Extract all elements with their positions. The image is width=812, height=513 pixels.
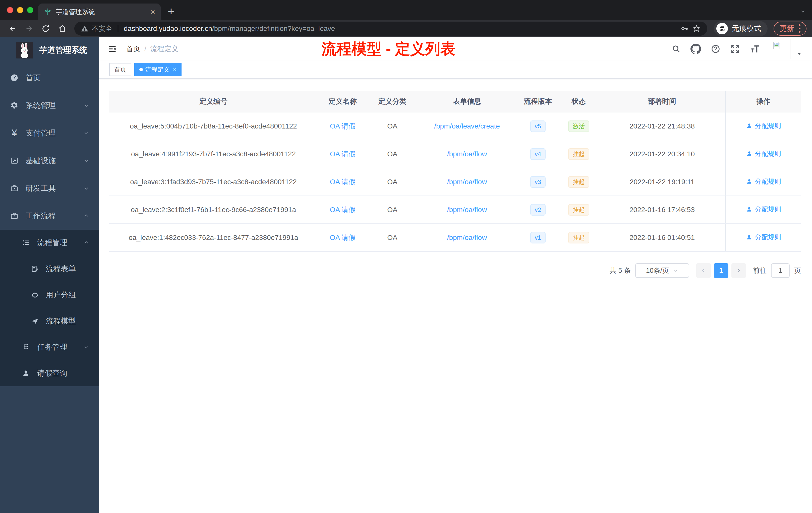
new-tab-button[interactable]: + xyxy=(168,5,174,17)
github-icon[interactable] xyxy=(691,44,701,54)
sidebar-item-label: 任务管理 xyxy=(37,342,67,352)
table-row: oa_leave:1:482ec033-762a-11ec-8477-a2380… xyxy=(109,223,801,251)
minimize-window-button[interactable] xyxy=(17,7,23,13)
cell-deploy-time: 2022-01-22 20:34:10 xyxy=(599,140,726,168)
browser-tab[interactable]: 芋道管理系统 × xyxy=(38,3,161,20)
incognito-icon xyxy=(716,23,728,34)
browser-chrome: 芋道管理系统 × + 不安全 dashboard.yudao.iocoder.c… xyxy=(0,0,812,37)
form-link[interactable]: /bpm/oa/flow xyxy=(447,178,487,186)
assign-rule-button[interactable]: 分配规则 xyxy=(746,205,781,214)
user-avatar-broken-image[interactable] xyxy=(770,39,790,59)
app-logo-row: 芋道管理系统 xyxy=(0,37,99,63)
workflow-submenu: 流程管理 流程表单 用户分组 xyxy=(0,230,99,386)
collapse-sidebar-icon[interactable] xyxy=(108,44,117,54)
assign-rule-button[interactable]: 分配规则 xyxy=(746,233,781,242)
active-tag-dot xyxy=(139,68,143,71)
form-link[interactable]: /bpm/oa/flow xyxy=(447,234,487,241)
sidebar-item-process-management[interactable]: 流程管理 xyxy=(0,230,99,256)
chevron-right-icon xyxy=(736,268,742,274)
definition-name-link[interactable]: OA 请假 xyxy=(330,122,356,130)
sidebar-item-home[interactable]: 首页 xyxy=(0,64,99,92)
help-question-icon[interactable] xyxy=(710,44,721,54)
sidebar-menu: 首页 系统管理 ¥ 支付管理 基础设施 xyxy=(0,64,99,386)
sidebar-item-payment[interactable]: ¥ 支付管理 xyxy=(0,119,99,147)
password-key-icon[interactable] xyxy=(680,24,689,33)
home-button[interactable] xyxy=(55,22,69,36)
pagination: 共 5 条 10条/页 1 前往 页 xyxy=(109,263,801,278)
sidebar-item-user-group[interactable]: 用户分组 xyxy=(0,282,99,308)
assign-rule-button[interactable]: 分配规则 xyxy=(746,149,781,158)
cell-deploy-time: 2022-01-22 21:48:38 xyxy=(599,112,726,140)
sidebar: 芋道管理系统 首页 系统管理 ¥ 支付管理 xyxy=(0,37,99,513)
definition-name-link[interactable]: OA 请假 xyxy=(330,234,356,241)
window-controls[interactable] xyxy=(7,7,33,13)
font-size-icon[interactable] xyxy=(750,44,760,54)
col-deploy-time: 部署时间 xyxy=(599,91,726,112)
col-definition-id: 定义编号 xyxy=(109,91,318,112)
version-badge[interactable]: v5 xyxy=(530,120,546,132)
definition-name-link[interactable]: OA 请假 xyxy=(330,150,356,158)
version-badge[interactable]: v3 xyxy=(530,176,546,188)
incognito-label: 无痕模式 xyxy=(732,24,761,34)
sidebar-item-dev-tools[interactable]: 研发工具 xyxy=(0,175,99,202)
url-bar[interactable]: 不安全 dashboard.yudao.iocoder.cn/bpm/manag… xyxy=(74,22,707,36)
page-size-select[interactable]: 10条/页 xyxy=(635,263,689,278)
monitor-chart-icon xyxy=(9,156,19,165)
forward-button[interactable] xyxy=(22,22,36,36)
version-badge[interactable]: v2 xyxy=(530,204,546,216)
sidebar-item-leave-query[interactable]: 请假查询 xyxy=(0,360,99,386)
col-definition-category: 定义分类 xyxy=(368,91,417,112)
current-page-button[interactable]: 1 xyxy=(714,263,728,278)
version-badge[interactable]: v1 xyxy=(530,232,546,243)
update-chrome-button[interactable]: 更新 xyxy=(774,22,807,36)
maximize-window-button[interactable] xyxy=(27,7,33,13)
breadcrumb-home[interactable]: 首页 xyxy=(126,44,140,54)
sidebar-item-system[interactable]: 系统管理 xyxy=(0,92,99,119)
definition-name-link[interactable]: OA 请假 xyxy=(330,178,356,186)
sidebar-item-task-management[interactable]: 任务管理 xyxy=(0,334,99,360)
sidebar-item-process-form[interactable]: 流程表单 xyxy=(0,256,99,282)
security-label[interactable]: 不安全 xyxy=(92,24,112,33)
security-warning-icon xyxy=(81,25,88,32)
avatar-caret-icon[interactable] xyxy=(796,51,802,57)
next-page-button[interactable] xyxy=(731,263,746,278)
col-status: 状态 xyxy=(559,91,599,112)
sidebar-item-infrastructure[interactable]: 基础设施 xyxy=(0,147,99,175)
definition-name-link[interactable]: OA 请假 xyxy=(330,206,356,214)
close-window-button[interactable] xyxy=(7,7,13,13)
user-icon xyxy=(746,178,753,185)
list-icon xyxy=(21,238,31,247)
fullscreen-icon[interactable] xyxy=(730,44,740,54)
tag-home[interactable]: 首页 xyxy=(109,63,131,76)
incognito-badge: 无痕模式 xyxy=(714,21,767,36)
chevron-down-icon xyxy=(83,157,90,164)
cell-deploy-time: 2022-01-16 01:40:51 xyxy=(599,223,726,251)
cell-deploy-time: 2022-01-16 17:46:53 xyxy=(599,196,726,223)
goto-page-input[interactable] xyxy=(771,263,790,278)
tag-process-definition[interactable]: 流程定义 × xyxy=(134,63,181,76)
assign-rule-button[interactable]: 分配规则 xyxy=(746,177,781,186)
tag-close-icon[interactable]: × xyxy=(173,66,176,73)
bookmark-star-icon[interactable] xyxy=(692,24,701,33)
cell-category: OA xyxy=(368,196,417,223)
back-button[interactable] xyxy=(5,22,20,36)
version-badge[interactable]: v4 xyxy=(530,148,546,160)
status-badge: 挂起 xyxy=(568,148,589,160)
browser-toolbar: 不安全 dashboard.yudao.iocoder.cn/bpm/manag… xyxy=(0,20,812,37)
assign-rule-button[interactable]: 分配规则 xyxy=(746,121,781,130)
sidebar-item-label: 流程管理 xyxy=(37,238,67,248)
form-link[interactable]: /bpm/oa/flow xyxy=(447,206,487,214)
tab-close-icon[interactable]: × xyxy=(150,7,155,16)
cell-definition-id: oa_leave:1:482ec033-762a-11ec-8477-a2380… xyxy=(109,223,318,251)
reload-button[interactable] xyxy=(39,22,53,36)
form-link[interactable]: /bpm/oa/leave/create xyxy=(434,122,500,130)
prev-page-button[interactable] xyxy=(696,263,711,278)
chevron-left-icon xyxy=(700,268,706,274)
tab-search-chevron-icon[interactable] xyxy=(800,8,806,14)
search-icon[interactable] xyxy=(671,44,681,54)
gear-icon xyxy=(9,101,19,110)
browser-menu-icon[interactable] xyxy=(799,24,801,33)
sidebar-item-workflow[interactable]: 工作流程 xyxy=(0,202,99,230)
form-link[interactable]: /bpm/oa/flow xyxy=(447,150,487,158)
sidebar-item-process-model[interactable]: 流程模型 xyxy=(0,308,99,334)
